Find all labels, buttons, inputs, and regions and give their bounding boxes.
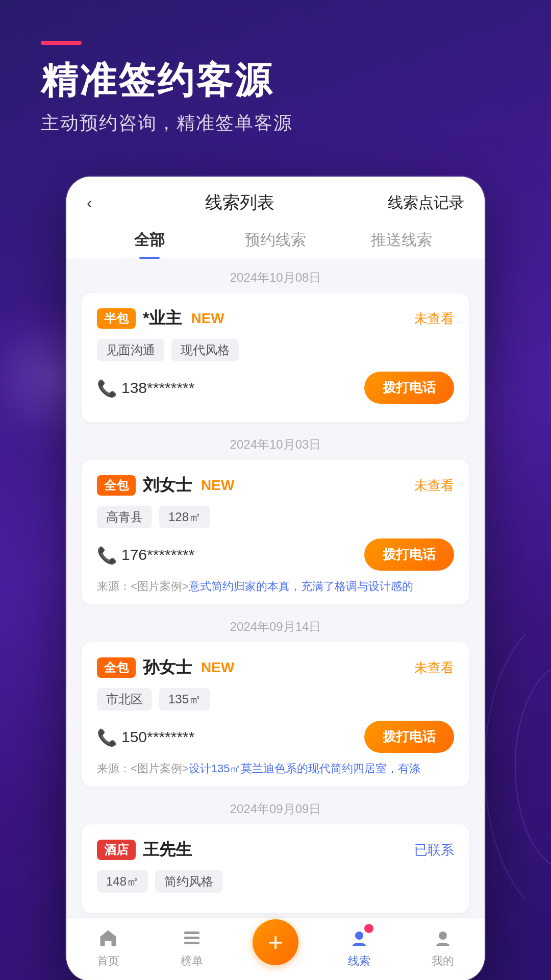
- phone-row-2: 📞 176******** 拨打电话: [97, 538, 454, 571]
- tags-row-3: 市北区 135㎡: [97, 688, 454, 710]
- tags-row-4: 148㎡ 简约风格: [97, 870, 454, 893]
- card-name-2: 刘女士: [143, 474, 192, 497]
- clue-icon: [347, 926, 371, 950]
- phone-row-3: 📞 150******** 拨打电话: [97, 721, 454, 753]
- card-name-3: 孙女士: [143, 656, 192, 679]
- lead-card-3[interactable]: 全包 孙女士 NEW 未查看 市北区 135㎡ 📞 150******** 拨打…: [82, 642, 469, 787]
- card-status-4: 已联系: [414, 841, 454, 859]
- card-status-3: 未查看: [414, 659, 454, 677]
- tab-push[interactable]: 推送线索: [338, 219, 464, 259]
- source-row-2: 来源：<图片案例>意式简约归家的本真，充满了格调与设计感的: [97, 579, 454, 594]
- nav-label-list: 榜单: [181, 953, 203, 969]
- phone-row-1: 📞 138******** 拨打电话: [97, 372, 454, 404]
- tag-badge-2: 全包: [97, 475, 136, 496]
- tag-item-3-2: 135㎡: [159, 688, 210, 710]
- card-name-4: 王先生: [143, 839, 192, 861]
- tag-item-3-1: 市北区: [97, 688, 152, 710]
- tag-badge-4: 酒店: [97, 840, 136, 860]
- phone-left-2: 📞 176********: [97, 546, 194, 564]
- call-button-1[interactable]: 拨打电话: [364, 372, 454, 404]
- source-link-3[interactable]: 设计135㎡莫兰迪色系的现代简约四居室，有涤: [189, 762, 421, 775]
- nav-item-list[interactable]: 榜单: [161, 926, 222, 969]
- lead-card-1[interactable]: 半包 *业主 NEW 未查看 见面沟通 现代风格 📞 138******** 拨…: [82, 293, 469, 422]
- phone-icon-1: 📞: [97, 379, 115, 397]
- tag-badge-1: 半包: [97, 308, 136, 329]
- phone-mockup: ‹ 线索列表 线索点记录 全部 预约线索 推送线索 2024年10月08日 半包…: [66, 177, 485, 980]
- tab-reservation[interactable]: 预约线索: [213, 219, 339, 259]
- tags-row-2: 高青县 128㎡: [97, 506, 454, 528]
- leads-list: 2024年10月08日 半包 *业主 NEW 未查看 见面沟通 现代风格 📞 1…: [66, 259, 485, 913]
- page-title: 精准签约客源: [41, 60, 510, 101]
- home-icon: [96, 926, 120, 950]
- svg-rect-6: [184, 937, 199, 939]
- nav-item-clue[interactable]: 线索: [329, 926, 390, 969]
- nav-label-clue: 线索: [348, 953, 370, 969]
- call-button-2[interactable]: 拨打电话: [364, 538, 454, 571]
- call-button-3[interactable]: 拨打电话: [364, 721, 454, 753]
- user-icon: [431, 926, 455, 950]
- tag-item-2-1: 高青县: [97, 506, 152, 528]
- card-top-left-2: 全包 刘女士 NEW: [97, 474, 234, 497]
- nav-label-home: 首页: [97, 953, 119, 969]
- tag-badge-3: 全包: [97, 657, 136, 678]
- nav-item-add[interactable]: +: [245, 929, 306, 965]
- phone-icon-2: 📞: [97, 546, 115, 564]
- card-top-3: 全包 孙女士 NEW 未查看: [97, 656, 454, 679]
- tag-item-4-2: 简约风格: [155, 870, 222, 893]
- nav-item-home[interactable]: 首页: [78, 926, 139, 969]
- topbar: ‹ 线索列表 线索点记录: [66, 177, 485, 219]
- tag-item-4-1: 148㎡: [97, 870, 148, 893]
- svg-rect-7: [184, 942, 199, 944]
- header-section: 精准签约客源 主动预约咨询，精准签单客源: [0, 0, 551, 156]
- card-new-1: NEW: [191, 310, 224, 327]
- tags-row-1: 见面沟通 现代风格: [97, 339, 454, 361]
- card-status-1: 未查看: [414, 310, 454, 328]
- card-top-2: 全包 刘女士 NEW 未查看: [97, 474, 454, 497]
- lead-card-2[interactable]: 全包 刘女士 NEW 未查看 高青县 128㎡ 📞 176******** 拨打…: [82, 460, 469, 604]
- phone-number-2: 176********: [121, 546, 194, 564]
- svg-point-1: [485, 634, 551, 899]
- list-icon: [180, 926, 204, 950]
- card-top-left-1: 半包 *业主 NEW: [97, 307, 224, 330]
- card-top-1: 半包 *业主 NEW 未查看: [97, 307, 454, 330]
- card-status-2: 未查看: [414, 477, 454, 495]
- card-top-left-4: 酒店 王先生: [97, 839, 192, 861]
- phone-left-3: 📞 150********: [97, 728, 194, 746]
- phone-number-3: 150********: [121, 728, 194, 746]
- clue-badge: [364, 924, 373, 933]
- tag-item-1-1: 见面沟通: [97, 339, 164, 361]
- date-separator-2: 2024年10月03日: [82, 426, 469, 460]
- svg-point-9: [439, 932, 447, 940]
- nav-label-profile: 我的: [432, 953, 454, 969]
- date-separator-4: 2024年09月09日: [82, 791, 469, 824]
- page-subtitle: 主动预约咨询，精准签单客源: [41, 111, 510, 136]
- card-new-2: NEW: [201, 477, 234, 494]
- card-top-4: 酒店 王先生 已联系: [97, 839, 454, 861]
- svg-rect-5: [184, 932, 199, 934]
- phone-icon-3: 📞: [97, 728, 115, 746]
- source-row-3: 来源：<图片案例>设计135㎡莫兰迪色系的现代简约四居室，有涤: [97, 761, 454, 776]
- lead-card-4[interactable]: 酒店 王先生 已联系 148㎡ 简约风格: [82, 824, 469, 913]
- tag-item-1-2: 现代风格: [171, 339, 239, 361]
- header-accent-line: [41, 41, 82, 45]
- tabs-row: 全部 预约线索 推送线索: [66, 219, 485, 259]
- topbar-title: 线索列表: [205, 191, 274, 214]
- bottom-nav: 首页 榜单 +: [66, 917, 485, 980]
- source-link-2[interactable]: 意式简约归家的本真，充满了格调与设计感的: [189, 580, 413, 593]
- nav-item-profile[interactable]: 我的: [412, 926, 473, 969]
- topbar-record[interactable]: 线索点记录: [388, 192, 464, 213]
- card-top-left-3: 全包 孙女士 NEW: [97, 656, 234, 679]
- tag-item-2-2: 128㎡: [159, 506, 210, 528]
- date-separator-3: 2024年09月14日: [82, 608, 469, 642]
- back-button[interactable]: ‹: [87, 193, 92, 212]
- tab-all[interactable]: 全部: [87, 219, 213, 259]
- svg-point-8: [355, 932, 363, 940]
- add-button[interactable]: +: [253, 919, 298, 965]
- card-new-3: NEW: [201, 659, 234, 676]
- phone-number-1: 138********: [121, 379, 194, 397]
- card-name-1: *业主: [143, 307, 182, 330]
- svg-point-0: [515, 665, 551, 869]
- phone-left-1: 📞 138********: [97, 379, 194, 397]
- date-separator-1: 2024年10月08日: [82, 259, 469, 293]
